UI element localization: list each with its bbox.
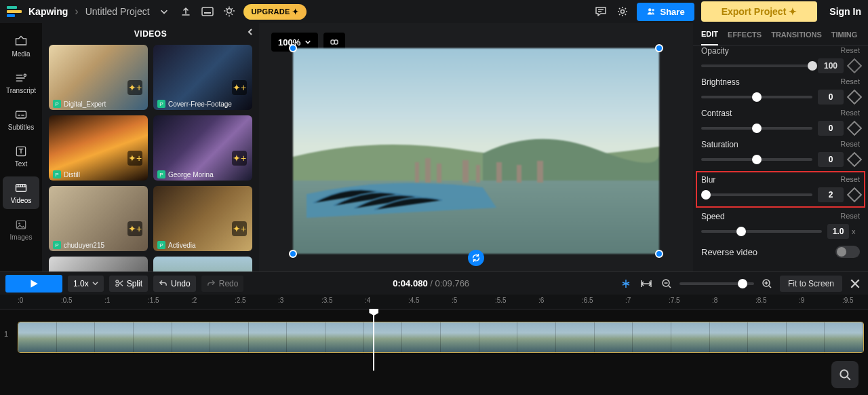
contrast-slider[interactable] xyxy=(701,127,812,130)
chevron-down-icon[interactable] xyxy=(157,4,172,19)
media-panel-title: VIDEOS xyxy=(134,29,167,39)
comment-icon[interactable] xyxy=(593,4,608,19)
play-button[interactable] xyxy=(5,275,62,293)
blur-value[interactable]: 2 xyxy=(818,187,844,202)
preview-frame[interactable] xyxy=(293,48,659,254)
prop-label: Contrast xyxy=(701,109,732,118)
reset-button[interactable]: Reset xyxy=(840,77,860,87)
media-item[interactable]: ✦+PActivedia xyxy=(153,186,252,251)
reset-button[interactable]: Reset xyxy=(840,140,860,149)
media-panel: VIDEOS ✦+PDigital_Expert✦+PCoverr-Free-F… xyxy=(42,23,259,271)
rail-videos[interactable]: Videos xyxy=(3,176,39,209)
saturation-value[interactable]: 0 xyxy=(818,152,844,167)
tab-edit[interactable]: EDIT xyxy=(701,24,718,45)
reverse-toggle[interactable] xyxy=(835,246,860,258)
tab-effects[interactable]: EFFECTS xyxy=(728,24,762,45)
brightness-value[interactable]: 0 xyxy=(818,90,844,105)
upload-icon[interactable] xyxy=(178,4,193,19)
zoom-in-icon[interactable] xyxy=(760,276,774,291)
redo-button[interactable]: Redo xyxy=(201,276,244,292)
source-icon: P xyxy=(53,100,61,108)
add-media-icon[interactable]: ✦+ xyxy=(232,151,247,166)
speed-unit: x xyxy=(852,227,860,236)
saturation-slider[interactable] xyxy=(701,158,812,161)
add-media-icon[interactable]: ✦+ xyxy=(127,80,142,95)
breadcrumb-sep: › xyxy=(75,5,78,18)
track-number: 1 xyxy=(4,330,8,338)
svg-rect-9 xyxy=(16,185,26,191)
rail-images[interactable]: Images xyxy=(3,213,39,246)
close-icon[interactable] xyxy=(848,276,863,291)
gear-icon[interactable] xyxy=(615,4,630,19)
upgrade-label: UPGRADE xyxy=(252,7,290,16)
speed-value[interactable]: 1.0 xyxy=(827,224,849,239)
snap-icon[interactable] xyxy=(618,276,633,291)
sparkle-icon: ✦ xyxy=(292,7,298,16)
lightbulb-icon[interactable] xyxy=(222,4,237,19)
refresh-preview-button[interactable] xyxy=(468,250,484,266)
keyframe-button[interactable] xyxy=(847,58,863,74)
playback-speed[interactable]: 1.0x xyxy=(68,276,104,292)
media-item[interactable]: ✦+PDigital_Expert xyxy=(49,45,148,110)
export-button[interactable]: Export Project✦ xyxy=(701,1,818,22)
rail-label: Media xyxy=(12,50,30,58)
undo-button[interactable]: Undo xyxy=(153,276,196,292)
contrast-value[interactable]: 0 xyxy=(818,121,844,136)
timeline-zoom-slider[interactable] xyxy=(679,282,754,285)
reset-button[interactable]: Reset xyxy=(840,109,860,118)
svg-rect-19 xyxy=(462,160,469,183)
prop-label: Brightness xyxy=(701,77,740,87)
timeline-search-button[interactable] xyxy=(831,361,859,388)
ruler-tick: :0 xyxy=(18,297,23,304)
ruler-tick: :4.5 xyxy=(408,297,420,304)
rail-subtitles[interactable]: Subtitles xyxy=(3,103,39,136)
blur-slider[interactable] xyxy=(701,193,812,196)
source-icon: P xyxy=(157,241,165,249)
upgrade-button[interactable]: UPGRADE✦ xyxy=(243,4,307,20)
ruler-tick: :5 xyxy=(452,297,457,304)
keyframe-button[interactable] xyxy=(847,121,863,136)
video-clip[interactable] xyxy=(18,322,864,353)
add-media-icon[interactable]: ✦+ xyxy=(127,151,142,166)
svg-rect-13 xyxy=(334,40,338,44)
share-button[interactable]: Share xyxy=(637,3,694,21)
keyframe-button[interactable] xyxy=(847,90,863,105)
add-media-icon[interactable]: ✦+ xyxy=(232,221,247,236)
media-item[interactable]: ✦+ xyxy=(153,257,252,271)
sparkle-icon: ✦ xyxy=(789,6,797,17)
tab-transitions[interactable]: TRANSITIONS xyxy=(771,24,822,45)
tab-timing[interactable]: TIMING xyxy=(831,24,858,45)
trim-icon[interactable] xyxy=(639,276,654,291)
reset-button[interactable]: Reset xyxy=(840,46,860,56)
rail-text[interactable]: Text xyxy=(3,140,39,172)
rail-transcript[interactable]: Transcript xyxy=(3,67,39,99)
reset-button[interactable]: Reset xyxy=(840,212,860,221)
split-button[interactable]: Split xyxy=(109,276,148,292)
media-item[interactable]: ✦+PGeorge Morina xyxy=(153,115,252,181)
rail-label: Text xyxy=(15,160,27,168)
opacity-slider[interactable] xyxy=(701,64,812,67)
media-item[interactable]: ✦+ xyxy=(49,257,148,271)
opacity-value[interactable]: 100 xyxy=(818,58,844,73)
speed-slider[interactable] xyxy=(701,230,822,233)
media-item[interactable]: ✦+PDistill xyxy=(49,115,148,181)
prop-label: Blur xyxy=(701,175,715,185)
caption-icon[interactable] xyxy=(200,4,215,19)
fit-to-screen-button[interactable]: Fit to Screen xyxy=(780,276,842,292)
collapse-panel-icon[interactable] xyxy=(245,27,255,37)
reset-button[interactable]: Reset xyxy=(840,175,860,185)
rail-media[interactable]: Media xyxy=(3,30,39,62)
kapwing-logo[interactable] xyxy=(7,5,22,18)
brightness-slider[interactable] xyxy=(701,96,812,98)
signin-link[interactable]: Sign In xyxy=(829,6,861,17)
zoom-out-icon[interactable] xyxy=(659,276,674,291)
media-item[interactable]: ✦+PCoverr-Free-Footage xyxy=(153,45,252,110)
add-media-icon[interactable]: ✦+ xyxy=(232,80,247,95)
media-item[interactable]: ✦+Pchuduyen215 xyxy=(49,186,148,251)
add-media-icon[interactable]: ✦+ xyxy=(127,221,142,236)
timeline-ruler[interactable]: :0:0.5:1:1.5:2:2.5:3:3.5:4:4.5:5:5.5:6:6… xyxy=(0,295,868,309)
keyframe-button[interactable] xyxy=(847,187,863,203)
keyframe-button[interactable] xyxy=(847,152,863,168)
playhead[interactable] xyxy=(373,309,374,371)
project-name[interactable]: Untitled Project xyxy=(85,6,150,17)
